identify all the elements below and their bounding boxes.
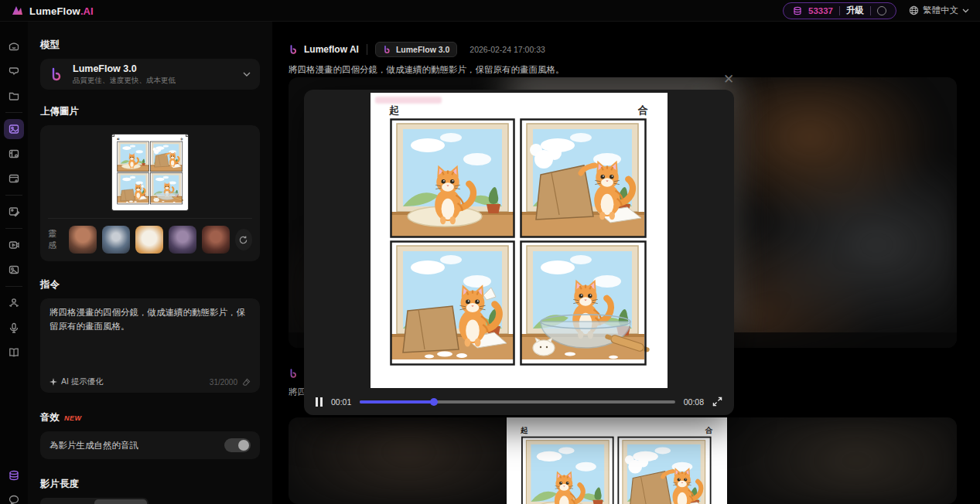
- model-desc: 品質更佳、速度更快、成本更低: [73, 76, 176, 86]
- nav-card-add-icon[interactable]: [4, 169, 24, 189]
- total-time: 00:08: [684, 397, 704, 407]
- lumeflow-logo-icon: [11, 5, 24, 16]
- lumeflow-mark-icon: [289, 368, 299, 379]
- audio-toggle[interactable]: [224, 438, 251, 452]
- duration-option-8s[interactable]: 8s: [94, 499, 147, 504]
- model-logo-icon: [50, 66, 65, 82]
- language-label: 繁體中文: [923, 5, 958, 16]
- status-ring-icon[interactable]: [877, 6, 886, 15]
- globe-icon: [909, 5, 919, 15]
- nav-folder-icon[interactable]: [4, 86, 24, 106]
- credits-pill[interactable]: 53337 升級: [783, 2, 896, 19]
- audio-section-label: 音效: [40, 411, 60, 424]
- upload-card: 起 合: [40, 125, 260, 261]
- nav-library-icon[interactable]: [4, 342, 24, 363]
- progress-thumb[interactable]: [430, 398, 438, 406]
- comic-label-start: 起: [520, 426, 528, 434]
- video-lightbox: 起 合: [304, 90, 734, 415]
- audio-setting-row: 為影片生成自然的音訊: [40, 431, 260, 459]
- nav-voice-icon[interactable]: [4, 318, 24, 338]
- crop-handle[interactable]: [112, 135, 114, 137]
- divider: [5, 228, 22, 229]
- generation-header: Lumeflow AI LumeFlow 3.0 2026-02-24 17:0…: [289, 42, 545, 57]
- prompt-value[interactable]: 將四格漫畫的四個分鏡，做成連續的動態影片，保留原有的畫面風格。: [50, 306, 251, 334]
- prompt-textarea[interactable]: 將四格漫畫的四個分鏡，做成連續的動態影片，保留原有的畫面風格。 AI 提示優化 …: [40, 298, 260, 393]
- pause-button[interactable]: [316, 397, 323, 407]
- comic-panel-2: [618, 438, 711, 504]
- chevron-down-icon: [962, 9, 969, 13]
- watermark: [375, 97, 442, 104]
- divider: [367, 44, 367, 55]
- generation-timestamp: 2026-02-24 17:00:33: [470, 45, 545, 54]
- samples-label: 靈感: [48, 228, 62, 251]
- comic-label-start: 起: [388, 104, 399, 116]
- comic-label-end: 合: [637, 104, 648, 116]
- refresh-icon: [238, 235, 248, 245]
- comic-panel-3: [391, 242, 514, 365]
- divider: [5, 286, 22, 287]
- ai-optimize-button[interactable]: AI 提示優化: [50, 376, 104, 387]
- current-time: 00:01: [331, 397, 351, 407]
- model-dropdown[interactable]: LumeFlow 3.0 品質更佳、速度更快、成本更低: [40, 59, 260, 90]
- sample-image-4[interactable]: [169, 226, 196, 254]
- model-section-label: 模型: [40, 39, 260, 52]
- lumeflow-mark-icon: [289, 44, 299, 55]
- sparkle-icon: [50, 378, 57, 386]
- divider: [839, 6, 840, 15]
- generation-app: Lumeflow AI: [289, 44, 359, 55]
- brand[interactable]: LumeFlow.AI: [11, 4, 94, 18]
- fullscreen-button[interactable]: [712, 397, 722, 407]
- char-counter: 31/2000: [210, 378, 237, 387]
- top-bar: LumeFlow.AI 53337 升級: [0, 0, 980, 22]
- sample-image-1[interactable]: [69, 226, 97, 254]
- sample-image-3[interactable]: [135, 226, 163, 254]
- sample-image-2[interactable]: [102, 226, 130, 254]
- divider: [5, 195, 22, 196]
- nav-home-icon[interactable]: [4, 36, 24, 56]
- comic-label-start: 起: [116, 138, 120, 141]
- progress-bar[interactable]: [360, 400, 674, 404]
- nav-image-edit-icon[interactable]: [4, 202, 24, 222]
- nav-frames-icon[interactable]: [4, 260, 24, 280]
- comic-panel-4: [151, 172, 184, 204]
- video-card-2[interactable]: 起 合: [289, 417, 957, 504]
- comic-panel-2: [521, 120, 646, 238]
- divider: [48, 218, 252, 219]
- divider: [870, 6, 871, 15]
- fullscreen-icon: [712, 397, 722, 407]
- duration-segmented-control: 5s 8s: [40, 498, 149, 504]
- upgrade-button[interactable]: 升級: [846, 5, 864, 16]
- nav-rail: [0, 22, 28, 504]
- sample-image-5[interactable]: [202, 226, 230, 254]
- comic-panel-1: [391, 120, 514, 238]
- close-modal-button[interactable]: ✕: [721, 73, 736, 88]
- video-thumbnail-2[interactable]: 起 合: [507, 417, 727, 504]
- toggle-knob: [238, 440, 249, 451]
- nav-chat-icon[interactable]: [4, 61, 24, 81]
- comic-label-end: 合: [179, 138, 183, 141]
- nav-credits-icon[interactable]: [4, 465, 24, 485]
- upload-section-label: 上傳圖片: [40, 105, 260, 118]
- settings-panel: 模型 LumeFlow 3.0 品質更佳、速度更快、成本更低 上傳圖片: [28, 22, 272, 504]
- nav-support-icon[interactable]: [4, 490, 24, 504]
- comic-panel-1: [522, 438, 614, 504]
- nav-character-icon[interactable]: [4, 293, 24, 313]
- generation-header-2: [289, 368, 299, 379]
- nav-image-to-video-icon[interactable]: [4, 119, 24, 139]
- clear-prompt-icon[interactable]: [242, 378, 251, 387]
- nav-video-icon[interactable]: [4, 235, 24, 255]
- nav-storyboard-icon[interactable]: [4, 144, 24, 164]
- new-badge: NEW: [64, 414, 82, 422]
- divider: [5, 112, 22, 113]
- coins-icon: [793, 6, 802, 15]
- crop-handle[interactable]: [186, 135, 188, 137]
- duration-option-5s[interactable]: 5s: [42, 499, 94, 504]
- model-badge[interactable]: LumeFlow 3.0: [375, 42, 457, 57]
- video-frame[interactable]: 起 合: [370, 93, 668, 388]
- duration-section-label: 影片長度: [40, 478, 260, 491]
- uploaded-image-preview[interactable]: 起 合: [112, 135, 188, 210]
- refresh-samples-button[interactable]: [235, 229, 252, 250]
- comic-panel-1: [118, 141, 149, 172]
- model-name: LumeFlow 3.0: [73, 63, 176, 74]
- language-selector[interactable]: 繁體中文: [909, 5, 969, 16]
